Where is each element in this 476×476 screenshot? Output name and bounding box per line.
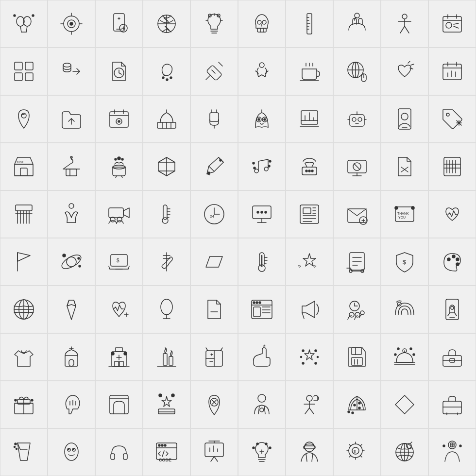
cell-video-team: [95, 190, 143, 238]
cell-diamond-shape: [381, 381, 428, 428]
svg-point-348: [31, 399, 33, 401]
cell-watermelon: [333, 381, 381, 428]
svg-rect-86: [443, 64, 461, 80]
cell-accordion: [428, 143, 476, 190]
cell-document-minus: [190, 286, 238, 333]
svg-point-324: [315, 362, 317, 364]
svg-point-211: [265, 211, 267, 213]
svg-point-336: [397, 348, 399, 350]
svg-point-233: [78, 257, 80, 259]
svg-point-232: [63, 254, 66, 257]
svg-line-67: [219, 62, 222, 66]
svg-point-413: [269, 447, 271, 449]
svg-line-3: [26, 26, 27, 32]
svg-rect-391: [123, 454, 127, 459]
svg-marker-319: [263, 345, 266, 348]
svg-point-382: [15, 443, 17, 445]
cell-balloons: [0, 0, 48, 48]
svg-point-93: [21, 113, 26, 118]
cell-clock-24: 24: [190, 190, 238, 238]
cell-globe-world: [0, 286, 48, 333]
svg-point-129: [401, 113, 408, 120]
svg-point-375: [348, 411, 350, 413]
svg-point-306: [111, 352, 114, 355]
cell-calendar-sport: [428, 0, 476, 48]
svg-line-370: [309, 408, 314, 414]
cell-headphones: [95, 428, 143, 476]
cell-medicine-cabinet: [190, 333, 238, 381]
cell-presentation-chart: [190, 428, 238, 476]
svg-point-168: [308, 170, 310, 172]
svg-rect-399: [205, 443, 223, 457]
svg-rect-275: [254, 307, 260, 317]
cell-coins-transfer: [48, 48, 95, 95]
cell-shirt-hanger: [48, 143, 95, 190]
svg-rect-136: [20, 168, 27, 176]
svg-line-165: [305, 163, 307, 167]
cell-gift-boxes: [0, 381, 48, 428]
svg-point-337: [410, 348, 412, 350]
svg-point-415: [305, 442, 314, 452]
cell-meditation: [238, 48, 286, 95]
cell-owl: [238, 95, 286, 143]
svg-point-365: [260, 408, 264, 412]
svg-line-417: [306, 454, 307, 461]
svg-point-373: [358, 402, 360, 404]
cell-hospital-building: [95, 333, 143, 381]
svg-point-131: [446, 113, 449, 116]
svg-point-326: [317, 357, 319, 358]
svg-point-262: [456, 263, 459, 266]
cell-person-stretch: [381, 0, 428, 48]
svg-point-261: [456, 258, 459, 261]
svg-point-64: [162, 77, 164, 79]
cell-glass-drink: [0, 428, 48, 476]
cell-lightbulb: [190, 0, 238, 48]
cell-router-wifi: [286, 143, 333, 190]
cell-location-x: [190, 381, 238, 428]
cell-building-dome: [143, 95, 190, 143]
svg-point-35: [257, 20, 261, 24]
cell-coffee-shop: [95, 143, 143, 190]
svg-point-122: [352, 118, 356, 121]
svg-rect-378: [443, 401, 461, 414]
cell-moon-cloud: [143, 48, 190, 95]
cell-tools-screwdriver: [143, 238, 190, 286]
cell-globe-network: [381, 428, 428, 476]
cell-file-x: [381, 143, 428, 190]
svg-point-113: [264, 119, 266, 120]
svg-point-412: [256, 443, 258, 445]
svg-rect-38: [307, 14, 312, 34]
svg-line-403: [214, 457, 218, 461]
cell-medicine-syringe: [190, 48, 238, 95]
svg-line-83: [408, 61, 410, 63]
cell-folder-upload: [48, 95, 95, 143]
svg-point-6: [32, 15, 34, 17]
svg-rect-121: [350, 115, 364, 126]
svg-point-325: [301, 357, 302, 358]
svg-point-157: [220, 159, 221, 161]
cell-mirror-oval: [143, 286, 190, 333]
svg-line-318: [221, 348, 222, 351]
svg-point-395: [161, 444, 163, 446]
cell-mobile-contact: [381, 95, 428, 143]
cell-shredder: [0, 190, 48, 238]
svg-line-364: [264, 406, 265, 414]
cell-cube-3d: [143, 143, 190, 190]
cell-candles: [143, 333, 190, 381]
cell-tag-plus: [428, 95, 476, 143]
cell-coffee-hot: [286, 48, 333, 95]
svg-point-100: [118, 120, 120, 122]
cell-person-visor: [286, 428, 333, 476]
svg-point-36: [262, 20, 266, 24]
svg-point-161: [269, 160, 271, 162]
svg-point-432: [443, 445, 445, 447]
svg-rect-390: [111, 454, 115, 459]
cell-pencil-write: [190, 143, 238, 190]
svg-point-149: [121, 158, 123, 160]
svg-point-323: [302, 362, 304, 364]
cell-clock-team: [333, 286, 381, 333]
svg-line-282: [302, 313, 304, 319]
svg-line-397: [162, 451, 164, 457]
svg-point-355: [159, 394, 162, 397]
svg-point-366: [306, 395, 312, 401]
